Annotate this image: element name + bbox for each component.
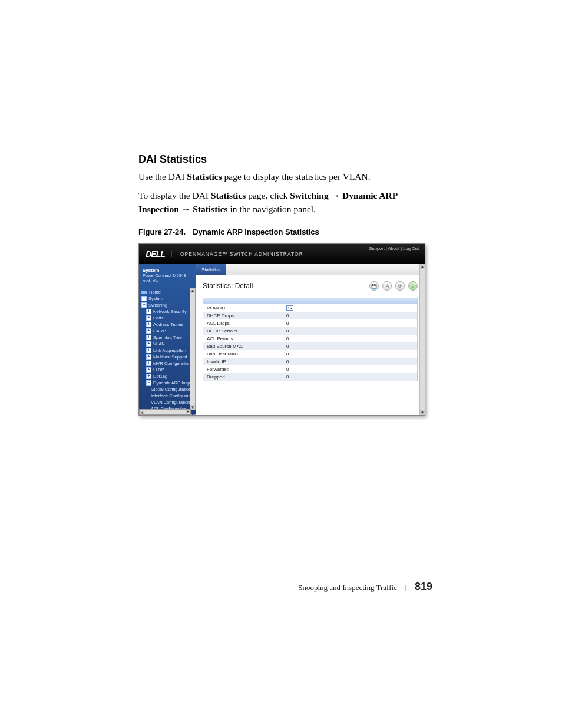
scroll-up-icon[interactable]: ▲ — [190, 288, 195, 293]
save-icon[interactable]: 💾 — [369, 281, 379, 291]
header-links: Support | About | Log Out — [369, 246, 419, 251]
tree-label: System — [148, 295, 163, 302]
tree-spanning-tree[interactable]: +Spanning Tree — [141, 334, 196, 341]
stats-value: 1▾ — [286, 305, 414, 311]
tree-label: GARP — [153, 328, 166, 334]
refresh-icon[interactable]: ⟳ — [395, 281, 405, 291]
tree-home[interactable]: Home — [141, 289, 196, 295]
text: in the navigation panel. — [228, 204, 316, 214]
print-icon[interactable]: ⎙ — [382, 281, 392, 291]
text: page, click — [246, 190, 290, 200]
chevron-down-icon: ▾ — [290, 306, 292, 310]
tree-link-aggregation[interactable]: +Link Aggregation — [141, 347, 196, 354]
tree-label: Multicast Support — [153, 354, 187, 360]
expand-icon[interactable]: + — [146, 309, 151, 314]
tree-label: Network Security — [153, 308, 187, 315]
expand-icon[interactable]: + — [146, 328, 151, 334]
tree-interface-config[interactable]: Interface Configuration — [141, 393, 196, 399]
stats-row: Bad Dest MAC0 — [203, 350, 417, 358]
figure-title: Dynamic ARP Inspection Statistics — [193, 228, 319, 236]
tree-network-security[interactable]: +Network Security — [141, 308, 196, 315]
support-link[interactable]: Support — [369, 246, 385, 251]
sidebar-scrollbar-v[interactable]: ▲▼ — [190, 288, 196, 410]
stats-row: Invalid IP0 — [203, 358, 417, 365]
collapse-icon[interactable]: − — [146, 380, 151, 386]
tree-label: Switching — [148, 302, 167, 308]
scroll-down-icon[interactable]: ▼ — [420, 410, 425, 415]
expand-icon[interactable]: + — [146, 354, 151, 360]
scroll-left-icon[interactable]: ◄ — [140, 411, 144, 414]
scroll-up-icon[interactable]: ▲ — [420, 264, 425, 269]
dell-logo: DELL — [139, 249, 171, 259]
stats-row: Bad Source MAC0 — [203, 342, 417, 350]
tree-ports[interactable]: +Ports — [141, 315, 196, 321]
scroll-down-icon[interactable]: ▼ — [190, 405, 195, 410]
vlan-id-select[interactable]: 1▾ — [286, 305, 293, 311]
stats-row: DHCP Drops0 — [203, 312, 417, 319]
help-icon[interactable]: ? — [408, 281, 418, 291]
tree-label: VLAN Configuration — [151, 399, 190, 406]
system-label: System — [143, 268, 192, 273]
figure-number: Figure 27-24. — [138, 228, 186, 236]
tree-system[interactable]: +System — [141, 295, 196, 302]
about-link[interactable]: About — [388, 246, 400, 251]
tree-vlan[interactable]: +VLAN — [141, 341, 196, 347]
tree-label: Global Configuration — [151, 386, 191, 393]
text-bold: Statistics — [187, 172, 222, 182]
sidebar-header: System PowerConnect M6348 root, r/w — [139, 264, 196, 286]
screenshot-figure: DELL OPENMANAGE™ SWITCH ADMINISTRATOR Su… — [138, 243, 425, 416]
stats-row: VLAN ID1▾ — [203, 304, 417, 312]
expand-icon[interactable]: + — [146, 335, 151, 340]
stats-value: 0 — [286, 313, 414, 318]
stats-value: 0 — [286, 374, 414, 380]
stats-value: 0 — [286, 367, 414, 372]
sidebar-scrollbar-h[interactable]: ◄► — [139, 409, 191, 415]
figure-caption: Figure 27-24.Dynamic ARP Inspection Stat… — [138, 228, 430, 236]
expand-icon[interactable]: + — [146, 348, 151, 353]
expand-icon[interactable]: + — [146, 315, 151, 321]
stats-key: DHCP Permits — [207, 328, 286, 334]
stats-row: ACL Permits0 — [203, 335, 417, 342]
expand-icon[interactable]: + — [146, 341, 151, 347]
stats-key: DHCP Drops — [207, 313, 286, 318]
stats-key: VLAN ID — [207, 305, 286, 311]
main-scrollbar-v[interactable]: ▲▼ — [419, 264, 425, 415]
expand-icon[interactable]: + — [146, 361, 151, 366]
tree-mvr-config[interactable]: +MVR Configuration — [141, 360, 196, 367]
stats-key: Invalid IP — [207, 359, 286, 364]
stats-value: 0 — [286, 344, 414, 349]
tab-statistics[interactable]: Statistics — [196, 264, 226, 275]
tree-label: LLDP — [153, 367, 164, 373]
logout-link[interactable]: Log Out — [403, 246, 419, 251]
panel-title: Statistics: Detail — [203, 282, 253, 290]
text-bold: Switching — [290, 190, 328, 200]
nav-paragraph: To display the DAI Statistics page, clic… — [138, 189, 430, 216]
tree-label: Address Tables — [153, 321, 183, 328]
home-icon — [141, 291, 147, 294]
tree-lldp[interactable]: +LLDP — [141, 367, 196, 373]
tree-global-config[interactable]: Global Configuration — [141, 386, 196, 393]
text-bold: Statistics — [193, 204, 227, 214]
tree-address-tables[interactable]: +Address Tables — [141, 321, 196, 328]
expand-icon[interactable]: + — [141, 296, 147, 301]
tree-vlan-config[interactable]: VLAN Configuration — [141, 399, 196, 406]
text: To display the DAI — [138, 190, 211, 200]
user-label: root, r/w — [143, 278, 192, 284]
stats-key: Dropped — [207, 374, 286, 380]
scroll-right-icon[interactable]: ► — [186, 410, 190, 413]
tree-garp[interactable]: +GARP — [141, 328, 196, 334]
tree-multicast-support[interactable]: +Multicast Support — [141, 354, 196, 360]
tree-dot1ag[interactable]: +Dot1ag — [141, 373, 196, 380]
expand-icon[interactable]: + — [146, 367, 151, 373]
expand-icon[interactable]: + — [146, 374, 151, 379]
nav-tree: Home +System −Switching +Network Securit… — [139, 286, 196, 415]
tree-switching[interactable]: −Switching — [141, 302, 196, 308]
text: page to display the statistics per VLAN. — [222, 172, 371, 182]
stats-row: Dropped0 — [203, 373, 417, 381]
tree-label: Interface Configuration — [151, 393, 196, 399]
tree-label: Spanning Tree — [153, 334, 182, 341]
collapse-icon[interactable]: − — [141, 302, 147, 308]
stats-header-bar — [203, 298, 417, 304]
expand-icon[interactable]: + — [146, 322, 151, 327]
tree-dai[interactable]: −Dynamic ARP Inspection — [141, 380, 196, 386]
